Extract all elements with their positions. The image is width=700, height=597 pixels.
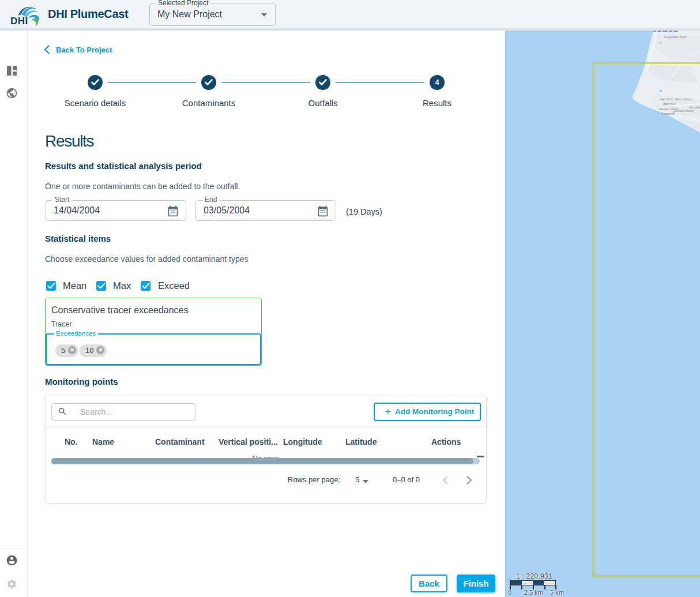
svg-text:DHI: DHI [10, 16, 28, 26]
